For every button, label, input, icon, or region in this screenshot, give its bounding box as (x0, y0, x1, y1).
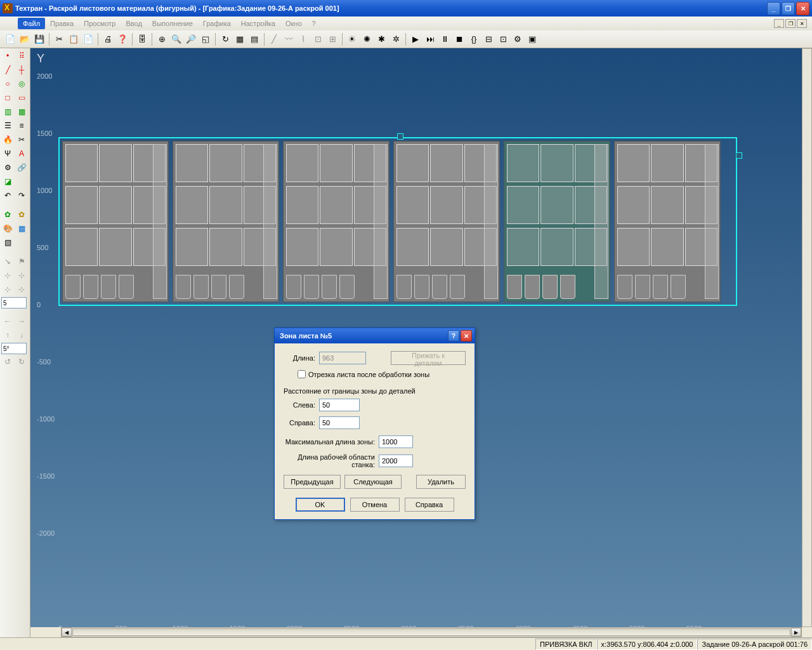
right-distance-input[interactable] (319, 416, 360, 429)
shape-icon[interactable]: ◪ (1, 175, 14, 188)
menu-window[interactable]: Окно (280, 18, 307, 29)
sun1-icon[interactable]: ☀ (346, 33, 358, 46)
left-distance-input[interactable] (319, 399, 360, 411)
cut-tool-icon[interactable]: ✂ (15, 133, 28, 146)
nest-icon[interactable]: ▧ (1, 236, 14, 249)
brush-icon[interactable]: ✿ (15, 208, 28, 221)
scroll-right-icon[interactable]: ▶ (791, 628, 801, 637)
op4-icon[interactable]: ⚙ (511, 33, 524, 46)
op2-icon[interactable]: ⊟ (482, 33, 495, 46)
gear-green-icon[interactable]: ✿ (1, 208, 14, 221)
horizontal-scrollbar[interactable]: ◀ ▶ (61, 627, 802, 637)
redo2-icon[interactable]: ↷ (15, 189, 28, 202)
pause-icon[interactable]: ⏸ (438, 33, 451, 46)
sun4-icon[interactable]: ✲ (390, 33, 402, 46)
torch-icon[interactable]: 🔥 (1, 133, 14, 146)
mdi-minimize[interactable]: _ (774, 19, 784, 28)
scroll-left-icon[interactable]: ◀ (62, 628, 72, 637)
menu-execute[interactable]: Выполнение (147, 18, 198, 29)
ok-button[interactable]: OK (296, 498, 345, 512)
cut-checkbox[interactable]: Отрезка листа после обработки зоны (298, 370, 466, 378)
nest-block-4[interactable] (393, 141, 500, 302)
zoom-in-icon[interactable]: 🔍 (170, 33, 183, 46)
status-coords: x:3963.570 y:806.404 z:0.000 (597, 639, 698, 650)
database-icon[interactable]: 🗄 (136, 33, 148, 46)
delete-button[interactable]: Удалить (416, 475, 466, 489)
menu-edit[interactable]: Правка (45, 18, 79, 29)
work-area-input[interactable] (379, 454, 413, 467)
selection-handle-top[interactable] (397, 133, 403, 140)
zoom-out-icon[interactable]: 🔎 (185, 33, 197, 46)
vertical-scrollbar[interactable] (802, 48, 812, 627)
help-button[interactable]: Справка (405, 498, 454, 512)
text-icon[interactable]: A (15, 147, 28, 160)
max-zone-input[interactable] (379, 435, 413, 448)
play-icon[interactable]: ▶ (409, 33, 422, 46)
nest-block-3[interactable] (283, 141, 390, 302)
line-tool-icon[interactable]: ╱ (1, 63, 14, 76)
grid2-icon[interactable]: ▦ (15, 222, 28, 235)
list-icon[interactable]: ≡ (15, 119, 28, 132)
selection-handle-right[interactable] (736, 152, 742, 159)
rect2-icon[interactable]: ▭ (15, 91, 28, 104)
menu-help[interactable]: ? (307, 18, 321, 29)
colors-icon[interactable]: 🎨 (1, 222, 14, 235)
close-button[interactable]: ✕ (796, 2, 809, 15)
spin2[interactable]: 5° (1, 343, 27, 354)
maximize-button[interactable]: ❐ (782, 2, 795, 15)
dots-icon[interactable]: ⠿ (15, 50, 28, 62)
dialog-close-icon[interactable]: ✕ (461, 330, 472, 342)
next-button[interactable]: Следующая (344, 475, 402, 489)
open-icon[interactable]: 📂 (18, 33, 31, 46)
gear2-icon[interactable]: ⚙ (1, 161, 14, 174)
op3-icon[interactable]: ⊡ (497, 33, 509, 46)
op5-icon[interactable]: ▣ (526, 33, 539, 46)
zoom-window-icon[interactable]: ◱ (199, 33, 212, 46)
save-icon[interactable]: 💾 (33, 33, 46, 46)
ring-icon[interactable]: ◎ (15, 77, 28, 90)
fork-icon[interactable]: Ψ (1, 147, 14, 160)
minimize-button[interactable]: _ (767, 2, 780, 15)
previous-button[interactable]: Предыдущая (284, 475, 341, 489)
undo2-icon[interactable]: ↶ (1, 189, 14, 202)
rect-icon[interactable]: □ (1, 91, 14, 104)
nest-block-6[interactable] (614, 141, 721, 302)
new-icon[interactable]: 📄 (4, 33, 16, 46)
menu-graphics[interactable]: Графика (198, 18, 236, 29)
zoom-center-icon[interactable]: ⊕ (155, 33, 168, 46)
spin1[interactable]: 5 (1, 297, 27, 308)
sun2-icon[interactable]: ✺ (360, 33, 373, 46)
menu-input[interactable]: Ввод (121, 18, 147, 29)
cut-checkbox-input[interactable] (298, 370, 306, 378)
paste-icon[interactable]: 📄 (82, 33, 95, 46)
menu-view[interactable]: Просмотр (79, 18, 121, 29)
axis-icon[interactable]: ┼ (15, 63, 28, 76)
menu-file[interactable]: Файл (18, 18, 45, 29)
stop-icon[interactable]: ⏹ (453, 33, 466, 46)
mdi-close[interactable]: ✕ (797, 19, 807, 28)
help-icon[interactable]: ❓ (116, 33, 129, 46)
mdi-restore[interactable]: ❐ (785, 19, 796, 28)
prop-icon[interactable]: ☰ (1, 119, 14, 132)
copy-icon[interactable]: 📋 (67, 33, 80, 46)
grid-icon[interactable]: ▤ (248, 33, 261, 46)
op1-icon[interactable]: {} (468, 33, 480, 46)
print-icon[interactable]: 🖨 (102, 33, 114, 46)
point-icon[interactable]: • (1, 50, 14, 62)
sun3-icon[interactable]: ✱ (375, 33, 388, 46)
sheet2-icon[interactable]: ▦ (15, 105, 28, 118)
cut-icon[interactable]: ✂ (53, 33, 65, 46)
cancel-button[interactable]: Отмена (350, 498, 400, 512)
nest-block-2[interactable] (173, 141, 279, 302)
nest-block-5-active[interactable] (504, 141, 610, 302)
link-icon[interactable]: 🔗 (15, 161, 28, 174)
sheet1-icon[interactable]: ▥ (1, 105, 14, 118)
nest-block-1[interactable] (62, 141, 169, 302)
menu-settings[interactable]: Настройка (236, 18, 280, 29)
refresh-icon[interactable]: ↻ (219, 33, 232, 46)
circle-icon[interactable]: ○ (1, 77, 14, 90)
dialog-titlebar[interactable]: Зона листа №5 ? ✕ (275, 328, 475, 343)
step-icon[interactable]: ⏭ (424, 33, 436, 46)
dialog-help-icon[interactable]: ? (448, 330, 459, 342)
layers-icon[interactable]: ▦ (233, 33, 246, 46)
